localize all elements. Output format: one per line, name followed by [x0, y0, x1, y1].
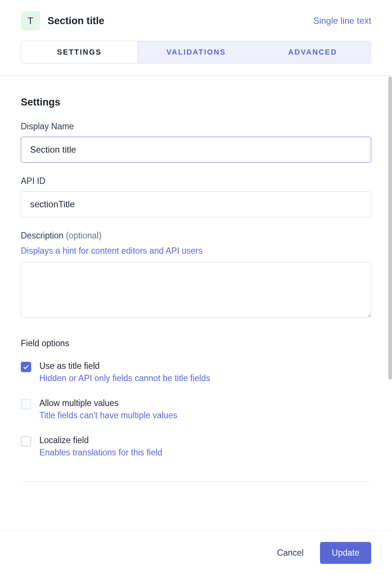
option-title-field: Use as title field Hidden or API only fi… [21, 361, 371, 383]
header-left: T Section title [21, 11, 104, 30]
option-localize-desc: Enables translations for this field [39, 448, 371, 458]
option-multiple-text: Allow multiple values Title fields can't… [39, 398, 371, 420]
tab-settings[interactable]: SETTINGS [21, 41, 138, 63]
tab-advanced[interactable]: ADVANCED [254, 41, 371, 63]
display-name-group: Display Name [21, 121, 371, 163]
settings-panel: Settings Display Name API ID Description… [0, 76, 392, 458]
api-id-group: API ID [21, 176, 371, 217]
update-button[interactable]: Update [320, 542, 371, 564]
scrollbar[interactable] [388, 77, 392, 380]
option-title-desc: Hidden or API only fields cannot be titl… [39, 373, 371, 383]
check-icon [23, 364, 29, 370]
option-localize-field: Localize field Enables translations for … [21, 435, 371, 458]
field-header: T Section title Single line text [0, 0, 392, 30]
display-name-label: Display Name [21, 121, 371, 131]
cancel-button[interactable]: Cancel [277, 548, 304, 558]
api-id-label: API ID [21, 176, 371, 186]
field-options-heading: Field options [21, 338, 371, 348]
option-title-text: Use as title field Hidden or API only fi… [39, 361, 371, 383]
field-type-badge: T [21, 11, 40, 30]
description-input[interactable] [21, 262, 371, 318]
field-type-label: Single line text [313, 16, 371, 26]
bottom-divider [21, 481, 371, 482]
description-label: Description (optional) [21, 231, 371, 241]
description-group: Description (optional) Displays a hint f… [21, 231, 371, 319]
option-localize-text: Localize field Enables translations for … [39, 435, 371, 458]
settings-heading: Settings [21, 97, 371, 108]
option-multiple-label: Allow multiple values [39, 398, 371, 408]
footer: Cancel Update [0, 530, 392, 575]
tabs: SETTINGS VALIDATIONS ADVANCED [21, 41, 371, 64]
option-multiple-values: Allow multiple values Title fields can't… [21, 398, 371, 420]
option-multiple-desc: Title fields can't have multiple values [39, 410, 371, 420]
field-title: Section title [48, 15, 104, 27]
checkbox-title-field[interactable] [21, 362, 31, 372]
description-optional: (optional) [66, 231, 101, 240]
checkbox-multiple-values [21, 399, 31, 409]
display-name-input[interactable] [21, 137, 371, 163]
tab-validations[interactable]: VALIDATIONS [138, 41, 255, 63]
description-hint: Displays a hint for content editors and … [21, 246, 371, 256]
option-localize-label: Localize field [39, 435, 371, 445]
api-id-input[interactable] [21, 191, 371, 217]
description-label-text: Description [21, 231, 63, 240]
checkbox-localize-field[interactable] [21, 436, 31, 446]
option-title-label: Use as title field [39, 361, 371, 371]
